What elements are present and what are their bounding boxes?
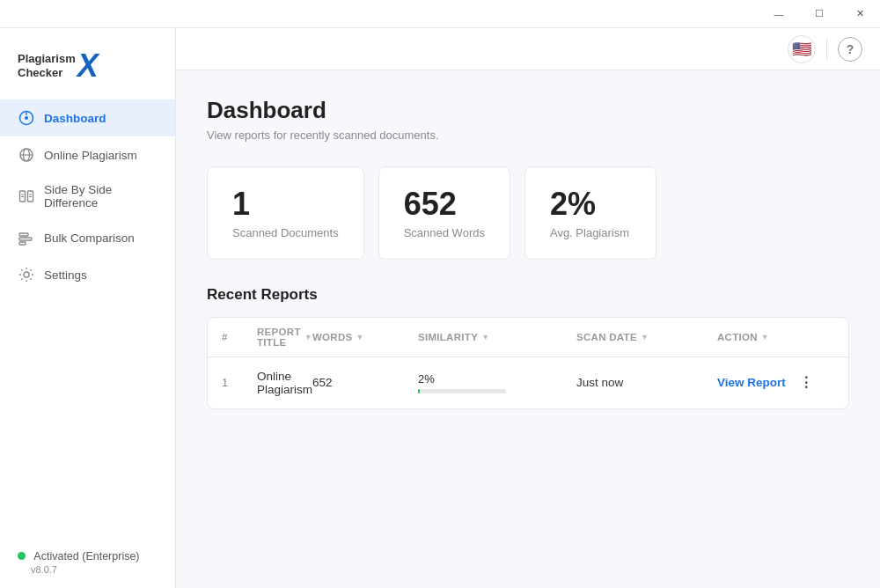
stat-card-scanned-words: 652 Scanned Words [378, 166, 510, 260]
svg-rect-14 [19, 242, 26, 245]
svg-point-1 [25, 116, 28, 120]
minimize-button[interactable]: — [759, 0, 799, 28]
table-header: # REPORT TITLE ▼ WORDS ▼ SIMILARITY ▼ S [208, 318, 848, 357]
sidebar-item-bulk-label: Bulk Comparison [44, 232, 135, 245]
logo-text: Plagiarism Checker [18, 52, 76, 79]
col-similarity: SIMILARITY ▼ [418, 327, 576, 348]
sidebar-item-online-plagiarism[interactable]: Online Plagiarism [0, 136, 175, 173]
stat-card-scanned-docs: 1 Scanned Documents [207, 166, 364, 260]
logo: Plagiarism Checker [18, 52, 76, 79]
settings-icon [18, 266, 35, 283]
stat-avg-plagiarism-value: 2% [550, 187, 631, 222]
sidebar-bottom: Activated (Enterprise) v8.0.7 [0, 537, 175, 588]
similarity-pct: 2% [418, 372, 576, 386]
sort-arrow-date: ▼ [641, 333, 649, 342]
col-words: WORDS ▼ [312, 327, 418, 348]
col-action: ACTION ▼ [717, 327, 840, 348]
stat-scanned-docs-label: Scanned Documents [232, 226, 339, 239]
row-report-title: Online Plagiarism [257, 370, 312, 396]
sidebar: Plagiarism Checker X Dashboard [0, 28, 176, 588]
side-by-side-icon [18, 187, 35, 205]
sidebar-item-dashboard[interactable]: Dashboard [0, 99, 175, 136]
language-button[interactable]: 🇺🇸 [788, 35, 816, 63]
svg-rect-13 [19, 238, 32, 240]
sort-arrow-similarity: ▼ [481, 333, 489, 342]
col-num: # [222, 327, 257, 348]
more-options-button[interactable]: ⋮ [795, 371, 818, 394]
similarity-cell: 2% [418, 372, 576, 393]
row-words: 652 [312, 376, 418, 389]
sidebar-item-sidebyside-label: Side By Side Difference [44, 183, 158, 209]
sidebar-item-settings-label: Settings [44, 268, 87, 282]
topbar: 🇺🇸 ? [176, 28, 880, 70]
reports-table: # REPORT TITLE ▼ WORDS ▼ SIMILARITY ▼ S [207, 317, 849, 409]
table-row: 1 Online Plagiarism 652 2% Just now View… [208, 357, 848, 408]
sidebar-item-settings[interactable]: Settings [0, 256, 175, 293]
action-cell: View Report ⋮ [717, 371, 840, 394]
row-num: 1 [222, 376, 257, 389]
page-title: Dashboard [207, 97, 849, 124]
progress-bar [418, 389, 506, 393]
stat-scanned-words-value: 652 [404, 187, 485, 222]
sort-arrow-action: ▼ [761, 333, 769, 342]
dashboard-icon [18, 109, 35, 127]
content-area: Dashboard View reports for recently scan… [176, 70, 880, 588]
col-scan-date: SCAN DATE ▼ [576, 327, 717, 348]
stats-row: 1 Scanned Documents 652 Scanned Words 2%… [207, 166, 849, 260]
stat-scanned-docs-value: 1 [232, 187, 339, 222]
row-scan-date: Just now [576, 376, 717, 389]
logo-x: X [77, 50, 99, 82]
sort-arrow-title: ▼ [304, 333, 312, 342]
sidebar-item-online-label: Online Plagiarism [44, 149, 137, 162]
stat-avg-plagiarism-label: Avg. Plagiarism [550, 226, 631, 239]
sort-arrow-words: ▼ [356, 333, 364, 342]
close-button[interactable]: ✕ [840, 0, 880, 28]
svg-rect-12 [19, 233, 28, 236]
activation-status: Activated (Enterprise) [18, 550, 158, 562]
main-content: 🇺🇸 ? Dashboard View reports for recently… [176, 28, 880, 588]
help-button[interactable]: ? [838, 37, 862, 62]
sidebar-item-dashboard-label: Dashboard [44, 112, 106, 125]
progress-fill [418, 389, 420, 393]
col-report-title: REPORT TITLE ▼ [257, 327, 312, 348]
activated-dot [18, 552, 26, 560]
topbar-divider [826, 39, 827, 60]
recent-reports-title: Recent Reports [207, 286, 849, 304]
sidebar-item-bulk-comparison[interactable]: Bulk Comparison [0, 219, 175, 256]
activation-label: Activated (Enterprise) [33, 550, 139, 562]
page-subtitle: View reports for recently scanned docume… [207, 129, 849, 142]
view-report-button[interactable]: View Report [717, 376, 786, 389]
bulk-comparison-icon [18, 229, 35, 246]
stat-card-avg-plagiarism: 2% Avg. Plagiarism [524, 166, 656, 260]
logo-area: Plagiarism Checker X [0, 37, 175, 99]
maximize-button[interactable]: ☐ [799, 0, 840, 28]
online-plagiarism-icon [18, 146, 35, 164]
stat-scanned-words-label: Scanned Words [404, 226, 485, 239]
version-label: v8.0.7 [18, 564, 158, 575]
app-body: Plagiarism Checker X Dashboard [0, 28, 880, 588]
svg-point-15 [24, 272, 29, 277]
titlebar: — ☐ ✕ [0, 0, 880, 28]
sidebar-item-side-by-side[interactable]: Side By Side Difference [0, 173, 175, 219]
